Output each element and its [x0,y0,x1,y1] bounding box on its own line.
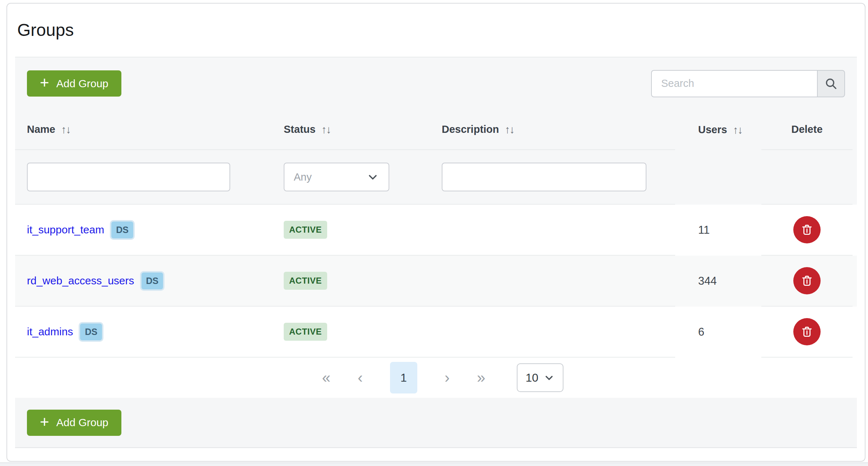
chevron-down-icon [543,372,555,383]
users-count: 11 [698,224,710,237]
pagination-current-page[interactable]: 1 [390,362,417,393]
magnifier-icon [824,76,838,91]
search-input[interactable] [651,70,817,97]
status-cell: ACTIVE [273,307,431,358]
page-size-select[interactable]: 10 [517,363,563,392]
name-cell: rd_web_access_users DS [15,256,273,307]
users-cell: 344 [675,256,761,307]
add-group-label: Add Group [56,416,108,429]
filter-cell-users [675,150,761,205]
delete-cell [761,205,853,256]
users-cell: 11 [675,205,761,256]
delete-button[interactable] [793,267,821,294]
plus-icon: + [40,75,49,90]
description-cell [431,256,675,307]
group-name-link[interactable]: rd_web_access_users [27,275,134,287]
page-size-value: 10 [526,371,539,385]
filter-cell-delete [761,150,853,205]
add-group-button-footer[interactable]: + Add Group [27,410,121,436]
delete-button[interactable] [793,318,821,345]
add-group-label: Add Group [56,78,108,90]
pagination-first-button[interactable]: « [322,370,330,385]
sort-icon: ↑↓ [505,124,514,136]
column-header-status[interactable]: Status ↑↓ [273,109,431,150]
trash-icon [800,274,814,288]
table-row: it_support_team DS ACTIVE 11 [15,205,857,256]
filter-cell-name [15,150,273,205]
delete-cell [761,256,853,307]
column-label: Name [27,124,55,135]
ds-badge: DS [80,323,102,340]
status-cell: ACTIVE [273,256,431,307]
trash-icon [800,223,814,237]
pagination-next-button[interactable]: › [445,370,450,385]
users-cell: 6 [675,307,761,358]
column-label: Status [284,124,316,135]
pagination-last-button[interactable]: » [477,370,485,385]
sort-icon: ↑↓ [61,124,70,136]
status-badge: ACTIVE [284,272,327,290]
column-header-name[interactable]: Name ↑↓ [15,109,273,150]
column-label: Delete [791,124,822,135]
filter-cell-description [431,150,675,205]
name-cell: it_support_team DS [15,205,273,256]
table-toolbar: + Add Group [15,57,857,109]
column-header-users[interactable]: Users ↑↓ [675,109,761,150]
filter-cell-status: Any [273,150,431,205]
column-label: Users [698,124,727,136]
table-filter-row: Any [15,150,857,205]
groups-table: + Add Group Name ↑↓ Status [15,57,857,448]
table-row: rd_web_access_users DS ACTIVE 344 [15,256,857,307]
page-bottom-strip [0,462,868,466]
description-cell [431,307,675,358]
chevron-down-icon [366,171,379,183]
delete-cell [761,307,853,358]
search-group [651,70,845,97]
users-count: 6 [698,326,704,339]
status-badge: ACTIVE [284,323,327,341]
sort-icon: ↑↓ [321,124,331,136]
ds-badge: DS [141,272,163,289]
table-footer: + Add Group [15,398,857,448]
group-name-link[interactable]: it_admins [27,326,73,338]
add-group-button[interactable]: + Add Group [27,70,121,97]
description-cell [431,205,675,256]
status-filter-select[interactable]: Any [284,163,389,191]
pagination: « ‹ 1 › » 10 [15,358,857,398]
status-badge: ACTIVE [284,221,327,239]
name-filter-input[interactable] [27,163,230,191]
sort-icon: ↑↓ [733,124,742,136]
table-row: it_admins DS ACTIVE 6 [15,307,857,358]
name-cell: it_admins DS [15,307,273,358]
ds-badge: DS [111,222,133,238]
group-name-link[interactable]: it_support_team [27,224,104,236]
status-cell: ACTIVE [273,205,431,256]
description-filter-input[interactable] [442,163,646,191]
pagination-prev-button[interactable]: ‹ [358,370,363,385]
status-filter-value: Any [294,171,312,183]
plus-icon: + [40,414,49,430]
search-button[interactable] [817,70,845,97]
column-header-delete: Delete [761,109,853,150]
column-label: Description [442,124,499,135]
trash-icon [800,325,814,339]
groups-card: Groups + Add Group Name ↑↓ [6,3,865,462]
delete-button[interactable] [793,216,821,243]
table-header-row: Name ↑↓ Status ↑↓ Description ↑↓ Users ↑… [15,109,857,150]
column-header-description[interactable]: Description ↑↓ [431,109,675,150]
users-count: 344 [698,275,717,288]
page-title: Groups [17,20,857,40]
